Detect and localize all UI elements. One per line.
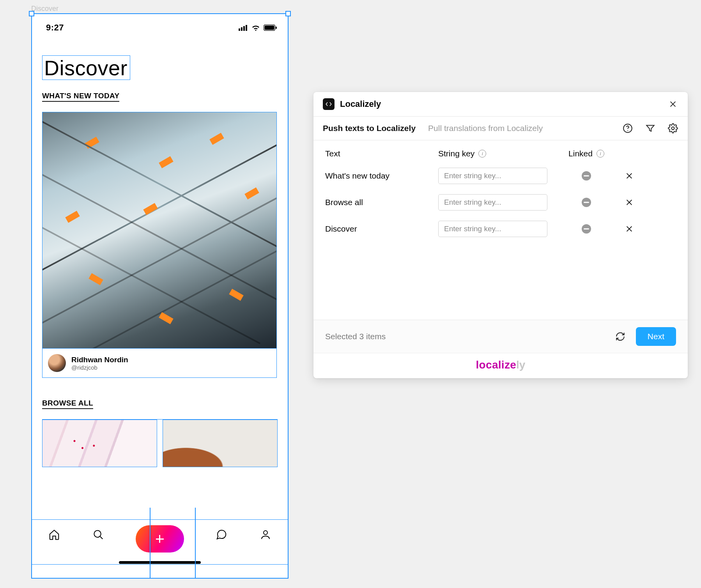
svg-rect-5 <box>265 26 274 30</box>
title-selection-box[interactable]: Discover <box>42 55 130 80</box>
panel-tab-bar: Push texts to Localizely Pull translatio… <box>313 117 688 140</box>
selected-count: Selected 3 items <box>325 332 386 341</box>
remove-row-icon[interactable] <box>618 198 641 207</box>
user-handle: @ridzjcob <box>71 364 128 371</box>
svg-point-8 <box>264 531 267 535</box>
table-row: Discover <box>325 221 676 237</box>
home-indicator <box>119 561 201 564</box>
nav-chat-icon[interactable] <box>214 528 228 542</box>
mobile-frame[interactable]: 9:27 Discover WHAT'S NEW TODAY <box>31 13 289 579</box>
selection-guide-v2 <box>195 508 196 578</box>
section-browse-all: BROWSE ALL <box>42 399 93 409</box>
linked-status-icon <box>582 198 591 207</box>
selection-handle-tl[interactable] <box>29 11 34 16</box>
svg-rect-1 <box>241 27 243 31</box>
featured-image <box>42 112 276 349</box>
svg-point-7 <box>94 530 101 537</box>
nav-search-icon[interactable] <box>91 528 105 542</box>
panel-header: Localizely <box>313 92 688 117</box>
row-text: Browse all <box>325 198 434 207</box>
refresh-icon[interactable] <box>615 331 626 342</box>
row-text: What's new today <box>325 171 434 181</box>
tab-push[interactable]: Push texts to Localizely <box>323 124 416 133</box>
remove-row-icon[interactable] <box>618 172 641 180</box>
page-title: Discover <box>42 56 130 80</box>
brand-footer: localizely <box>313 353 688 378</box>
avatar <box>48 354 66 372</box>
brand-text-a: localize <box>476 359 517 371</box>
gear-icon[interactable] <box>667 123 678 134</box>
string-key-input[interactable] <box>438 194 547 211</box>
status-bar: 9:27 <box>32 14 288 37</box>
nav-home-icon[interactable] <box>47 528 61 542</box>
panel-title: Localizely <box>340 99 381 109</box>
svg-point-11 <box>672 127 674 130</box>
panel-footer: Selected 3 items Next <box>313 320 688 353</box>
card-user-row[interactable]: Ridhwan Nordin @ridzjcob <box>42 349 276 377</box>
selection-guide-h <box>32 564 288 565</box>
featured-card[interactable]: Ridhwan Nordin @ridzjcob <box>42 112 277 378</box>
svg-rect-0 <box>239 28 240 31</box>
panel-body: Text String key i Linked i What's new to… <box>313 140 688 320</box>
row-text: Discover <box>325 224 434 234</box>
string-key-input[interactable] <box>438 221 547 237</box>
nav-add-button[interactable] <box>136 525 184 553</box>
browse-thumb-2[interactable] <box>163 420 278 467</box>
col-text: Text <box>325 149 434 158</box>
table-header: Text String key i Linked i <box>325 149 676 158</box>
filter-icon[interactable] <box>645 123 656 134</box>
battery-icon <box>264 25 277 31</box>
next-button[interactable]: Next <box>636 327 676 346</box>
col-linked: Linked i <box>559 149 614 158</box>
browse-thumb-1[interactable] <box>42 420 157 467</box>
info-icon[interactable]: i <box>597 150 604 158</box>
status-time: 9:27 <box>46 23 64 33</box>
selection-guide-v1 <box>150 508 150 578</box>
table-row: Browse all <box>325 194 676 211</box>
localizely-panel: Localizely Push texts to Localizely Pull… <box>313 92 688 378</box>
svg-rect-6 <box>276 27 277 29</box>
info-icon[interactable]: i <box>478 150 486 158</box>
section-whats-new: WHAT'S NEW TODAY <box>42 92 119 102</box>
close-icon[interactable] <box>667 99 678 110</box>
svg-point-10 <box>627 130 628 131</box>
col-string-key: String key i <box>438 149 555 158</box>
linked-status-icon <box>582 224 591 234</box>
table-row: What's new today <box>325 168 676 184</box>
string-key-input[interactable] <box>438 168 547 184</box>
brand-text-b: ly <box>516 359 525 371</box>
status-icons <box>239 24 277 31</box>
linked-status-icon <box>582 171 591 181</box>
cellular-icon <box>239 25 248 31</box>
nav-profile-icon[interactable] <box>258 528 273 542</box>
brand-badge-icon <box>323 98 335 110</box>
help-icon[interactable] <box>622 123 633 134</box>
browse-grid <box>42 419 278 467</box>
svg-rect-2 <box>243 26 245 31</box>
user-name: Ridhwan Nordin <box>71 356 128 364</box>
svg-rect-3 <box>246 25 247 31</box>
selection-handle-tr[interactable] <box>285 11 291 16</box>
wifi-icon <box>251 24 260 31</box>
tab-pull[interactable]: Pull translations from Localizely <box>428 124 543 133</box>
bottom-nav <box>32 519 288 578</box>
remove-row-icon[interactable] <box>618 225 641 233</box>
frame-label: Discover <box>31 5 58 13</box>
